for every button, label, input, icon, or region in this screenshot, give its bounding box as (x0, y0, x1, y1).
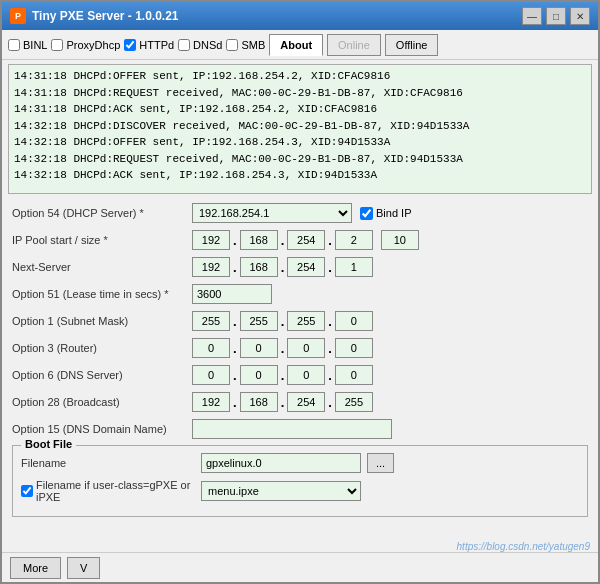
ip-sep: . (280, 314, 286, 329)
ip-sep: . (232, 341, 238, 356)
option1-b[interactable] (240, 311, 278, 331)
option54-control: 192.168.254.1 Bind IP (192, 203, 588, 223)
option1-label: Option 1 (Subnet Mask) (12, 315, 192, 327)
option51-row: Option 51 (Lease time in secs) * 3600 (12, 283, 588, 305)
smb-checkbox[interactable] (226, 39, 238, 51)
option15-input[interactable] (192, 419, 392, 439)
smb-checkbox-label[interactable]: SMB (226, 39, 265, 51)
httpd-checkbox-label[interactable]: HTTPd (124, 39, 174, 51)
option6-row: Option 6 (DNS Server) . . . (12, 364, 588, 386)
ip-pool-a[interactable] (192, 230, 230, 250)
bind-ip-text: Bind IP (376, 207, 411, 219)
proxydhcp-checkbox-label[interactable]: ProxyDhcp (51, 39, 120, 51)
ipxe-check-area: Filename if user-class=gPXE or iPXE (21, 479, 201, 503)
binl-checkbox-label[interactable]: BINL (8, 39, 47, 51)
next-server-control: . . . (192, 257, 588, 277)
option1-d[interactable] (335, 311, 373, 331)
ipxe-check-text: Filename if user-class=gPXE or iPXE (36, 479, 201, 503)
offline-tab[interactable]: Offline (385, 34, 439, 56)
dnsd-checkbox[interactable] (178, 39, 190, 51)
binl-label: BINL (23, 39, 47, 51)
option1-control: . . . (192, 311, 588, 331)
app-icon: P (10, 8, 26, 24)
ipxe-select[interactable]: menu.ipxe (201, 481, 361, 501)
dnsd-label: DNSd (193, 39, 222, 51)
option15-label: Option 15 (DNS Domain Name) (12, 423, 192, 435)
option15-row: Option 15 (DNS Domain Name) (12, 418, 588, 440)
next-server-a[interactable] (192, 257, 230, 277)
binl-checkbox[interactable] (8, 39, 20, 51)
option3-b[interactable] (240, 338, 278, 358)
main-window: P Tiny PXE Server - 1.0.0.21 — □ ✕ BINL … (0, 0, 600, 584)
option6-b[interactable] (240, 365, 278, 385)
filename-input[interactable] (201, 453, 361, 473)
ip-sep: . (327, 260, 333, 275)
close-button[interactable]: ✕ (570, 7, 590, 25)
browse-button[interactable]: ... (367, 453, 394, 473)
option54-select[interactable]: 192.168.254.1 (192, 203, 352, 223)
ip-sep: . (327, 395, 333, 410)
option28-d[interactable] (335, 392, 373, 412)
option1-a[interactable] (192, 311, 230, 331)
ip-sep: . (280, 368, 286, 383)
log-line: 14:32:18 DHCPd:REQUEST received, MAC:00-… (14, 151, 586, 168)
option3-c[interactable] (287, 338, 325, 358)
proxydhcp-checkbox[interactable] (51, 39, 63, 51)
watermark: https://blog.csdn.net/yatugen9 (2, 541, 598, 552)
httpd-checkbox[interactable] (124, 39, 136, 51)
ip-sep: . (280, 341, 286, 356)
option51-input[interactable]: 3600 (192, 284, 272, 304)
next-server-b[interactable] (240, 257, 278, 277)
log-line: 14:31:18 DHCPd:ACK sent, IP:192.168.254.… (14, 101, 586, 118)
online-tab: Online (327, 34, 381, 56)
v-button[interactable]: V (67, 557, 100, 579)
log-area[interactable]: 14:31:18 DHCPd:OFFER sent, IP:192.168.25… (8, 64, 592, 194)
ip-pool-d[interactable] (335, 230, 373, 250)
ip-pool-b[interactable] (240, 230, 278, 250)
boot-file-title: Boot File (21, 438, 76, 450)
ip-sep: . (327, 368, 333, 383)
option6-d[interactable] (335, 365, 373, 385)
bind-ip-checkbox[interactable] (360, 207, 373, 220)
ip-pool-label: IP Pool start / size * (12, 234, 192, 246)
bind-ip-label[interactable]: Bind IP (360, 207, 411, 220)
title-bar: P Tiny PXE Server - 1.0.0.21 — □ ✕ (2, 2, 598, 30)
next-server-d[interactable] (335, 257, 373, 277)
restore-button[interactable]: □ (546, 7, 566, 25)
option3-d[interactable] (335, 338, 373, 358)
proxydhcp-label: ProxyDhcp (66, 39, 120, 51)
option1-c[interactable] (287, 311, 325, 331)
ip-pool-row: IP Pool start / size * . . . (12, 229, 588, 251)
ipxe-checkbox-label[interactable]: Filename if user-class=gPXE or iPXE (21, 479, 201, 503)
option28-a[interactable] (192, 392, 230, 412)
log-line: 14:31:18 DHCPd:REQUEST received, MAC:00-… (14, 85, 586, 102)
dnsd-checkbox-label[interactable]: DNSd (178, 39, 222, 51)
option6-control: . . . (192, 365, 588, 385)
option28-row: Option 28 (Broadcast) . . . (12, 391, 588, 413)
option6-a[interactable] (192, 365, 230, 385)
about-tab[interactable]: About (269, 34, 323, 56)
filename-control: ... (201, 453, 579, 473)
option6-label: Option 6 (DNS Server) (12, 369, 192, 381)
ip-sep: . (327, 233, 333, 248)
ip-sep: . (232, 260, 238, 275)
option28-label: Option 28 (Broadcast) (12, 396, 192, 408)
filename-label: Filename (21, 457, 201, 469)
option28-b[interactable] (240, 392, 278, 412)
ip-pool-c[interactable] (287, 230, 325, 250)
option28-c[interactable] (287, 392, 325, 412)
main-form: Option 54 (DHCP Server) * 192.168.254.1 … (2, 198, 598, 541)
option6-c[interactable] (287, 365, 325, 385)
more-button[interactable]: More (10, 557, 61, 579)
ip-pool-size[interactable] (381, 230, 419, 250)
minimize-button[interactable]: — (522, 7, 542, 25)
ipxe-checkbox[interactable] (21, 485, 33, 497)
next-server-row: Next-Server . . . (12, 256, 588, 278)
log-line: 14:31:18 DHCPd:OFFER sent, IP:192.168.25… (14, 68, 586, 85)
option3-a[interactable] (192, 338, 230, 358)
option28-control: . . . (192, 392, 588, 412)
log-line: 14:32:18 DHCPd:ACK sent, IP:192.168.254.… (14, 167, 586, 184)
ip-sep: . (232, 368, 238, 383)
next-server-c[interactable] (287, 257, 325, 277)
footer: More V (2, 552, 598, 582)
